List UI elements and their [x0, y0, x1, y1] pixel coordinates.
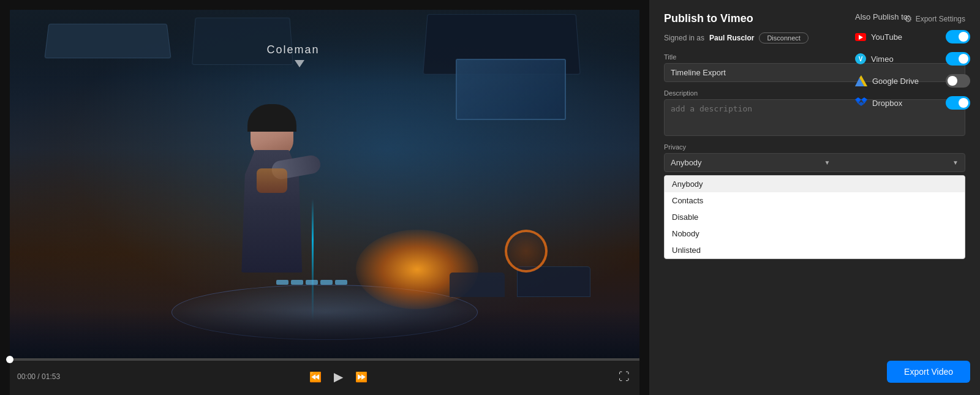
vimeo-label: Vimeo	[871, 55, 894, 64]
character-head	[251, 107, 293, 156]
character-name-overlay: Coleman	[267, 43, 320, 56]
youtube-toggle[interactable]	[946, 30, 970, 43]
service-row-youtube: YouTube	[855, 30, 970, 43]
signed-in-label: Signed in as	[664, 34, 704, 42]
fullscreen-button[interactable]: ⛶	[616, 368, 632, 386]
privacy-selected-value: Anybody	[671, 158, 702, 167]
privacy-field-group: Privacy Anybody ▼ Anybody Contacts Disab…	[664, 143, 965, 172]
privacy-option-disable[interactable]: Disable	[665, 209, 965, 225]
youtube-toggle-slider	[946, 30, 970, 43]
arrow-indicator	[295, 60, 304, 67]
energy-sphere	[356, 230, 478, 309]
progress-thumb	[6, 356, 13, 363]
gdrive-toggle-slider	[946, 74, 970, 88]
vimeo-toggle[interactable]	[946, 52, 970, 66]
vimeo-toggle-slider	[946, 52, 970, 66]
privacy-option-anybody[interactable]: Anybody	[665, 176, 965, 192]
current-time: 00:00	[17, 372, 36, 381]
panel-title: Publish to Vimeo	[664, 12, 753, 25]
privacy-option-contacts[interactable]: Contacts	[665, 192, 965, 209]
svg-marker-3	[855, 97, 861, 102]
service-row-dropbox: Dropbox	[855, 96, 970, 110]
dropbox-toggle-slider	[946, 96, 970, 110]
export-video-button[interactable]: Export Video	[887, 361, 970, 383]
dropbox-icon	[855, 97, 867, 109]
svg-marker-4	[861, 97, 867, 102]
privacy-dropdown-button[interactable]: Anybody ▼	[664, 153, 965, 172]
gdrive-toggle[interactable]	[946, 74, 970, 88]
forward-button[interactable]: ⏩	[353, 369, 370, 385]
youtube-icon	[855, 32, 866, 42]
service-row-gdrive: Google Drive	[855, 74, 970, 88]
youtube-label: YouTube	[871, 32, 902, 42]
gdrive-icon	[855, 75, 867, 87]
hud-bars	[276, 280, 347, 285]
publish-panel: Publish to Vimeo ⚙ Export Settings Signe…	[649, 0, 980, 395]
total-time: 01:53	[42, 372, 60, 381]
service-left-vimeo: V Vimeo	[855, 53, 894, 64]
play-pause-button[interactable]: ▶	[331, 367, 345, 386]
progress-bar-container[interactable]	[10, 358, 639, 361]
service-row-vimeo: V Vimeo	[855, 52, 970, 66]
energy-beam	[312, 199, 314, 322]
also-publish-title: Also Publish to:	[855, 12, 970, 21]
dropbox-label: Dropbox	[872, 99, 902, 108]
privacy-label: Privacy	[664, 143, 965, 151]
energy-hoop	[505, 230, 548, 273]
time-display: 00:00 / 01:53	[17, 372, 60, 381]
vimeo-icon: V	[855, 53, 866, 64]
signed-in-user: Paul Rusclor	[709, 34, 754, 42]
video-frame: Coleman	[10, 10, 639, 358]
service-left-gdrive: Google Drive	[855, 75, 919, 87]
dropbox-toggle[interactable]	[946, 96, 970, 110]
chevron-down-icon: ▼	[824, 159, 830, 166]
privacy-option-nobody[interactable]: Nobody	[665, 225, 965, 242]
floor-gradient	[10, 309, 639, 358]
gdrive-label: Google Drive	[872, 77, 919, 86]
video-player: Coleman	[10, 10, 639, 358]
video-controls: 00:00 / 01:53 ⏪ ▶ ⏩ ⛶	[10, 358, 639, 395]
video-panel: Coleman	[0, 0, 649, 395]
rewind-button[interactable]: ⏪	[307, 369, 324, 385]
service-left-dropbox: Dropbox	[855, 97, 902, 109]
also-publish-section: Also Publish to: YouTube V Vimeo	[845, 0, 980, 130]
disconnect-button[interactable]: Disconnect	[759, 32, 808, 43]
service-left-youtube: YouTube	[855, 32, 902, 42]
bg-vehicle-2	[450, 273, 505, 297]
privacy-dropdown-menu: Anybody Contacts Disable Nobody Unlisted	[664, 175, 965, 259]
privacy-option-unlisted[interactable]: Unlisted	[665, 242, 965, 258]
